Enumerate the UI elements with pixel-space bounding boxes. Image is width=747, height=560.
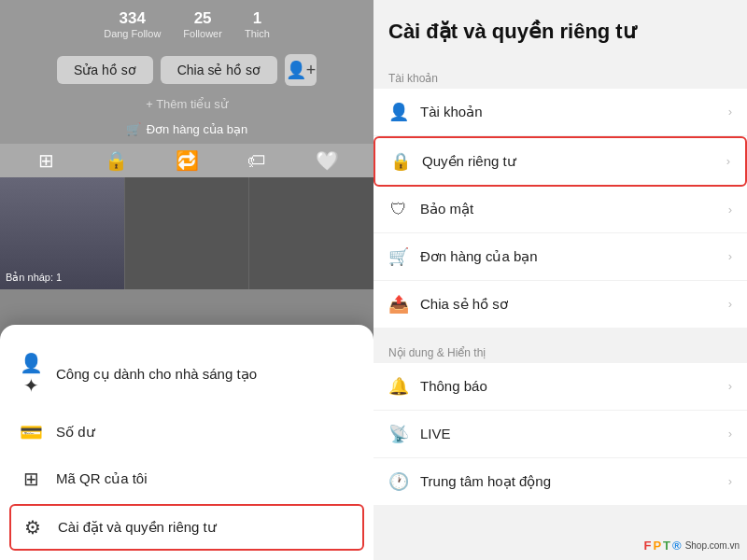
qr-icon: ⊞ — [19, 468, 43, 490]
section-content: Nội dung & Hiển thị 🔔 Thông báo › 📡 LIVE… — [374, 335, 747, 505]
thich-label: Thich — [245, 28, 270, 39]
settings-item-account-left: 👤 Tài khoản — [388, 102, 483, 122]
privacy-text: Quyền riêng tư — [422, 153, 516, 170]
fpt-t: T — [663, 539, 670, 553]
orders-text: Đơn hàng của bạn — [420, 248, 538, 265]
profile-buttons: Sửa hồ sơ Chia sẻ hồ sơ 👤+ — [0, 47, 374, 93]
orders-icon: 🛒 — [388, 246, 409, 267]
settings-item-activity[interactable]: 🕐 Trung tâm hoạt động › — [374, 458, 747, 505]
menu-item-creator[interactable]: 👤✦ Công cụ dành cho nhà sáng tạo — [0, 340, 374, 409]
fpt-r: ® — [672, 539, 682, 553]
settings-item-activity-left: 🕐 Trung tâm hoạt động — [388, 471, 551, 492]
creator-label: Công cụ dành cho nhà sáng tạo — [56, 366, 257, 383]
account-chevron: › — [728, 105, 732, 119]
content-thumb-1[interactable]: Bản nháp: 1 — [0, 177, 124, 289]
notif-chevron: › — [728, 379, 732, 393]
add-friend-button[interactable]: 👤+ — [285, 54, 317, 86]
follower-number: 25 — [194, 9, 212, 28]
content-thumb-3[interactable] — [249, 177, 374, 289]
menu-item-settings[interactable]: ⚙ Cài đặt và quyền riêng tư — [9, 504, 364, 551]
menu-item-balance[interactable]: 💳 Số dư — [0, 409, 374, 455]
balance-label: Số dư — [56, 424, 95, 441]
stat-dang-follow: 334 Dang Follow — [104, 9, 161, 39]
thich-number: 1 — [253, 9, 261, 28]
cart-icon: 🛒 — [126, 122, 141, 136]
bottom-menu: 👤✦ Công cụ dành cho nhà sáng tạo 💳 Số dư… — [0, 325, 374, 560]
settings-item-privacy[interactable]: 🔒 Quyền riêng tư › — [374, 136, 747, 187]
share-icon: 📤 — [388, 294, 409, 315]
settings-item-account[interactable]: 👤 Tài khoản › — [374, 89, 747, 136]
account-text: Tài khoản — [420, 104, 483, 120]
edit-profile-button[interactable]: Sửa hồ sơ — [57, 56, 153, 84]
section-content-label: Nội dung & Hiển thị — [374, 335, 747, 363]
order-label: Đơn hàng của bạn — [147, 122, 248, 136]
security-text: Bảo mật — [420, 201, 473, 217]
live-icon: 📡 — [388, 424, 409, 444]
share-profile-text: Chia sẻ hồ sơ — [420, 296, 508, 313]
qr-label: Mã QR của tôi — [56, 470, 148, 487]
activity-icon: 🕐 — [388, 471, 409, 492]
live-text: LIVE — [420, 426, 451, 441]
settings-item-security[interactable]: 🛡 Bảo mật › — [374, 187, 747, 233]
settings-item-live-left: 📡 LIVE — [388, 424, 451, 444]
share-profile-button[interactable]: Chia sẻ hồ sơ — [161, 56, 277, 84]
activity-chevron: › — [728, 474, 732, 488]
settings-label: Cài đặt và quyền riêng tư — [58, 519, 217, 536]
tab-repost[interactable]: 🔁 — [151, 149, 221, 172]
fpt-shop-label: Shop.com.vn — [685, 540, 740, 551]
content-settings-list: 🔔 Thông báo › 📡 LIVE › 🕐 Trung tâm — [374, 363, 747, 505]
settings-item-orders-left: 🛒 Đơn hàng của bạn — [388, 246, 538, 267]
creator-icon: 👤✦ — [19, 352, 43, 397]
security-icon: 🛡 — [388, 200, 409, 219]
balance-icon: 💳 — [19, 421, 43, 443]
settings-item-notifications[interactable]: 🔔 Thông báo › — [374, 363, 747, 411]
right-title: Cài đặt và quyền riêng tư — [388, 19, 732, 46]
settings-item-privacy-left: 🔒 Quyền riêng tư — [390, 151, 516, 172]
fpt-p: P — [653, 539, 661, 553]
live-chevron: › — [728, 427, 732, 441]
menu-item-qr[interactable]: ⊞ Mã QR của tôi — [0, 455, 374, 502]
stat-follower: 25 Follower — [183, 9, 222, 39]
section-account-label: Tài khoản — [374, 61, 747, 89]
add-person-icon: 👤+ — [286, 60, 317, 80]
settings-item-share-left: 📤 Chia sẻ hồ sơ — [388, 294, 508, 315]
stat-thich: 1 Thich — [245, 9, 270, 39]
tab-lock[interactable]: 🔒 — [81, 149, 151, 172]
left-panel: 334 Dang Follow 25 Follower 1 Thich Sửa … — [0, 0, 374, 560]
orders-chevron: › — [728, 249, 732, 263]
settings-item-orders[interactable]: 🛒 Đơn hàng của bạn › — [374, 233, 747, 281]
add-bio-label: + Thêm tiểu sử — [146, 97, 228, 111]
dang-follow-number: 334 — [120, 9, 146, 28]
order-bar[interactable]: 🛒 Đơn hàng của bạn — [0, 115, 374, 144]
fpt-logo: FPT® — [643, 539, 681, 553]
tab-grid[interactable]: ⊞ — [11, 149, 81, 172]
settings-item-share-profile[interactable]: 📤 Chia sẻ hồ sơ › — [374, 281, 747, 328]
settings-item-live[interactable]: 📡 LIVE › — [374, 411, 747, 458]
privacy-chevron: › — [726, 154, 730, 168]
privacy-icon: 🔒 — [390, 151, 411, 172]
draft-label: Bản nháp: 1 — [6, 272, 62, 284]
add-bio[interactable]: + Thêm tiểu sử — [0, 93, 374, 115]
dang-follow-label: Dang Follow — [104, 28, 161, 39]
activity-text: Trung tâm hoạt động — [420, 473, 551, 490]
account-settings-list: 👤 Tài khoản › 🔒 Quyền riêng tư › 🛡 — [374, 89, 747, 328]
fpt-f: F — [643, 539, 651, 553]
tab-bar: ⊞ 🔒 🔁 🏷 🤍 — [0, 144, 374, 177]
account-icon: 👤 — [388, 102, 409, 122]
tab-tag[interactable]: 🏷 — [222, 150, 292, 172]
settings-item-notif-left: 🔔 Thông báo — [388, 376, 487, 397]
settings-item-security-left: 🛡 Bảo mật — [388, 200, 473, 219]
content-thumb-2[interactable] — [125, 177, 249, 289]
settings-icon: ⚙ — [21, 516, 45, 539]
right-panel: Cài đặt và quyền riêng tư Tài khoản 👤 Tà… — [374, 0, 747, 560]
tab-heart[interactable]: 🤍 — [292, 149, 362, 172]
profile-stats: 334 Dang Follow 25 Follower 1 Thich — [0, 0, 374, 47]
section-account: Tài khoản 👤 Tài khoản › 🔒 Quyền riêng tư… — [374, 61, 747, 328]
security-chevron: › — [728, 203, 732, 217]
notification-text: Thông báo — [420, 378, 487, 394]
right-panel-wrapper: Cài đặt và quyền riêng tư Tài khoản 👤 Tà… — [374, 0, 747, 560]
share-chevron: › — [728, 297, 732, 311]
notification-icon: 🔔 — [388, 376, 409, 397]
fpt-watermark: FPT® Shop.com.vn — [643, 539, 740, 553]
right-header: Cài đặt và quyền riêng tư — [374, 0, 747, 61]
